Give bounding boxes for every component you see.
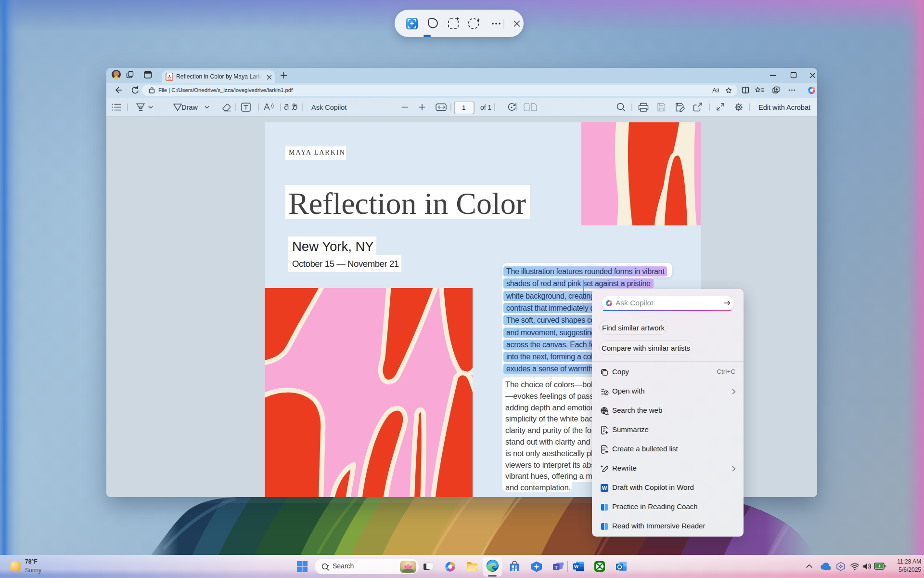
svg-text:Draw: Draw [181,104,198,111]
svg-text:Edit with Acrobat: Edit with Acrobat [758,104,810,111]
svg-text:W: W [602,485,607,491]
svg-text:A: A [712,87,717,94]
svg-text:of 1: of 1 [480,104,492,111]
svg-text:T: T [555,565,558,570]
svg-text:W: W [574,564,578,569]
svg-text:PDF: PDF [168,79,171,80]
svg-text:1: 1 [462,104,466,111]
svg-text:Ask Copilot: Ask Copilot [311,104,346,111]
